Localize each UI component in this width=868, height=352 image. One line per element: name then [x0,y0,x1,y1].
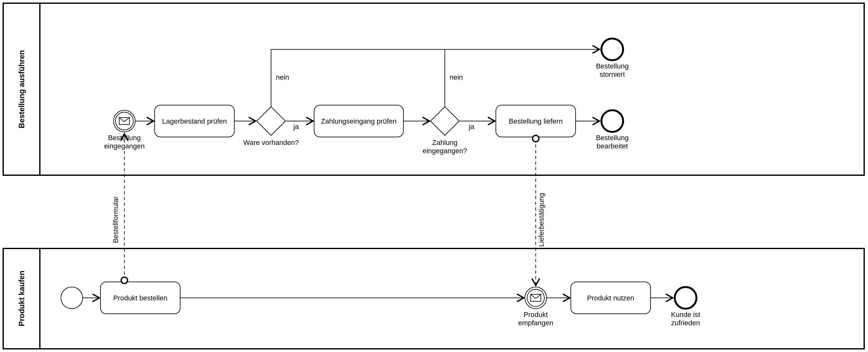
envelope-icon [531,294,541,301]
svg-text:Produkt bestellen: Produkt bestellen [113,294,167,302]
svg-text:Bestellung: Bestellung [596,62,629,70]
svg-text:Zahlungseingang prüfen: Zahlungseingang prüfen [321,117,396,125]
envelope-icon [119,117,129,125]
svg-text:Ware vorhanden?: Ware vorhanden? [243,139,299,146]
svg-text:Lagerbestand prüfen: Lagerbestand prüfen [162,117,227,125]
task-deliver-order: Bestellung liefern [496,105,576,137]
flow-label-nein: nein [276,73,289,81]
svg-text:Kunde ist: Kunde ist [671,311,700,319]
svg-point-35 [675,287,696,309]
svg-point-17 [601,39,623,60]
flow-label-nein: nein [450,73,463,81]
pool-bottom-title: Produkt kaufen [17,271,26,326]
task-order-product: Produkt bestellen [100,282,180,314]
svg-text:zufrieden: zufrieden [671,319,700,327]
svg-text:Produkt nutzen: Produkt nutzen [587,294,634,302]
svg-text:bearbeitet: bearbeitet [597,142,628,150]
svg-text:Zahlung: Zahlung [432,139,458,146]
message-label-order-form: Bestellformular [112,197,120,243]
svg-text:Produkt: Produkt [524,311,548,319]
svg-point-25 [61,287,83,309]
svg-point-20 [601,110,623,132]
task-use-product: Produkt nutzen [571,282,651,314]
flow-label-ja: ja [293,122,299,131]
message-label-delivery-confirm: Lieferbestätigung [537,193,545,247]
svg-text:empfangen: empfangen [518,319,553,327]
svg-text:Bestellung liefern: Bestellung liefern [509,117,563,125]
flow-label-ja: ja [468,122,474,131]
pool-top-title: Bestellung ausführen [17,50,26,128]
svg-text:storniert: storniert [599,70,625,78]
svg-text:eingegangen?: eingegangen? [423,147,467,155]
svg-text:Bestellung: Bestellung [596,134,629,142]
task-check-payment: Zahlungseingang prüfen [314,105,403,137]
start-event-customer [61,287,83,309]
task-check-stock: Lagerbestand prüfen [155,105,235,137]
